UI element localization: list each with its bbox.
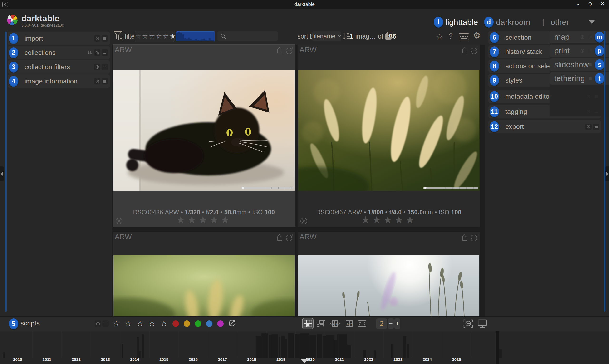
- group-icon[interactable]: [276, 234, 283, 242]
- star-outline-icon[interactable]: ☆: [142, 33, 148, 40]
- view-darkroom[interactable]: darkroom: [496, 18, 530, 27]
- star-outline-icon[interactable]: ☆: [149, 319, 155, 328]
- collapse-bottom-panel-arrow[interactable]: [300, 359, 309, 363]
- preferences-gear-icon[interactable]: ⚙: [473, 30, 480, 40]
- presets-menu-icon[interactable]: [593, 124, 599, 130]
- altered-icon[interactable]: [470, 47, 478, 55]
- maximize-button[interactable]: ◇: [587, 0, 593, 7]
- star-outline-icon[interactable]: ☆: [135, 33, 141, 40]
- group-icon[interactable]: [461, 47, 468, 55]
- histogram-bar: [184, 38, 186, 41]
- timeline-year-label: 2021: [332, 357, 347, 362]
- hint-badge: 9: [490, 75, 499, 86]
- presets-menu-icon[interactable]: [102, 64, 108, 70]
- presets-menu-icon[interactable]: [102, 35, 108, 42]
- reset-icon[interactable]: [95, 321, 101, 327]
- presets-menu-icon[interactable]: [102, 321, 109, 327]
- color-label-dot[interactable]: [217, 321, 224, 327]
- keyboard-shortcuts-icon[interactable]: [459, 33, 469, 40]
- view-other[interactable]: other: [551, 18, 569, 27]
- zoomable-view-icon[interactable]: [316, 318, 326, 329]
- search-box[interactable]: [217, 31, 278, 41]
- zoom-increase-button[interactable]: +: [394, 318, 400, 329]
- star-outline-icon[interactable]: ☆: [137, 319, 144, 328]
- group-icon[interactable]: [461, 234, 468, 242]
- clear-color-label-icon[interactable]: [228, 319, 236, 327]
- culling-fixed-view-icon[interactable]: XY: [344, 318, 355, 329]
- timeline-bar: [309, 335, 316, 358]
- timeline-year-label: 2014: [128, 357, 142, 362]
- module-image-information[interactable]: 4image information: [8, 74, 110, 88]
- reject-icon[interactable]: [115, 217, 123, 225]
- module-import[interactable]: 1import: [8, 32, 110, 45]
- star-outline-icon[interactable]: ☆: [113, 319, 120, 328]
- module-collections[interactable]: 2collections: [8, 46, 110, 59]
- collapse-left-panel-arrow[interactable]: [0, 167, 4, 181]
- star-outline-icon[interactable]: ☆: [149, 33, 155, 40]
- darktable-window: darktable ⌄ ◇ ✕ darktable 5.3.0+981~ge5b…: [0, 0, 609, 364]
- altered-icon[interactable]: [285, 234, 293, 242]
- altered-icon[interactable]: [285, 47, 293, 55]
- minimize-button[interactable]: ⌄: [575, 0, 581, 7]
- star-filled-icon[interactable]: ★: [170, 33, 176, 40]
- focus-peaking-icon[interactable]: [463, 319, 473, 328]
- culling-dynamic-view-icon[interactable]: XY: [330, 318, 340, 329]
- reject-icon[interactable]: [300, 217, 308, 225]
- color-label-dot[interactable]: [172, 321, 179, 327]
- thumbnail-cell-2[interactable]: ARW: [298, 45, 480, 227]
- module-collection-filters[interactable]: 3collection filters: [8, 60, 110, 74]
- exposure-histogram-widget[interactable]: [176, 31, 215, 41]
- presets-menu-icon[interactable]: [102, 78, 108, 84]
- hint-badge: 12: [490, 121, 499, 132]
- presets-menu-icon[interactable]: [102, 50, 108, 56]
- zoom-level-spinbox[interactable]: 2: [376, 318, 387, 329]
- color-label-dot[interactable]: [206, 321, 212, 327]
- sort-field-select[interactable]: filename: [312, 31, 341, 41]
- timeline-separator: [178, 331, 179, 357]
- scripts-module-label[interactable]: scripts: [20, 320, 40, 327]
- reset-icon[interactable]: [94, 50, 100, 56]
- rating-filter[interactable]: ☆☆☆☆☆★: [135, 31, 175, 42]
- module-export[interactable]: 12export: [488, 120, 601, 133]
- reset-icon[interactable]: [94, 78, 100, 84]
- color-label-dot[interactable]: [195, 321, 201, 327]
- expanded-grouped-images-icon[interactable]: [385, 31, 394, 40]
- reset-icon[interactable]: [94, 64, 100, 70]
- display-profile-icon[interactable]: [477, 319, 488, 328]
- dropdown-item-print[interactable]: printp: [550, 45, 609, 57]
- help-icon[interactable]: ?: [449, 32, 453, 40]
- zoom-decrease-button[interactable]: −: [388, 318, 394, 329]
- altered-icon[interactable]: [470, 234, 478, 242]
- hint-badge: 6: [490, 32, 499, 43]
- group-icon[interactable]: [276, 47, 283, 55]
- reset-icon[interactable]: [94, 35, 100, 42]
- grid-view-icon[interactable]: [303, 318, 313, 329]
- chevron-down-icon[interactable]: [589, 20, 595, 24]
- sort-direction-icon[interactable]: [343, 32, 351, 40]
- thumbnail-cell-1[interactable]: ARW: [113, 45, 295, 227]
- close-button[interactable]: ✕: [599, 0, 606, 7]
- star-outline-icon[interactable]: ☆: [156, 33, 162, 40]
- star-outline-icon[interactable]: ☆: [160, 319, 167, 328]
- star-outline-icon[interactable]: ☆: [125, 319, 132, 328]
- dropdown-item-tethering[interactable]: tetheringt: [550, 72, 609, 85]
- thumbnail-cell-4[interactable]: ARW: [298, 232, 480, 316]
- search-input[interactable]: [228, 33, 277, 40]
- timeline-bar: [363, 350, 366, 358]
- dropdown-item-slideshow[interactable]: slideshows: [550, 58, 609, 71]
- star-toolbar-icon[interactable]: ☆: [436, 32, 443, 41]
- star-outline-icon[interactable]: ☆: [163, 33, 169, 40]
- hint-badge-scripts: 5: [9, 318, 18, 329]
- hint-badge: 4: [9, 76, 18, 87]
- rating-filter-stars[interactable]: ☆☆☆☆☆★: [135, 33, 176, 40]
- thumbnail-cell-3[interactable]: ARW: [113, 232, 295, 316]
- reset-icon[interactable]: [585, 124, 592, 130]
- sort-icon[interactable]: [86, 50, 93, 56]
- collapse-right-panel-arrow[interactable]: [605, 167, 609, 181]
- color-label-dot[interactable]: [184, 321, 190, 327]
- image-rating-stars[interactable]: ★★★★★: [113, 214, 295, 226]
- full-preview-icon[interactable]: [357, 318, 367, 329]
- dropdown-item-map[interactable]: mapm: [550, 31, 609, 43]
- view-lighttable[interactable]: lighttable: [446, 18, 478, 27]
- image-rating-stars[interactable]: ★★★★★: [298, 214, 480, 226]
